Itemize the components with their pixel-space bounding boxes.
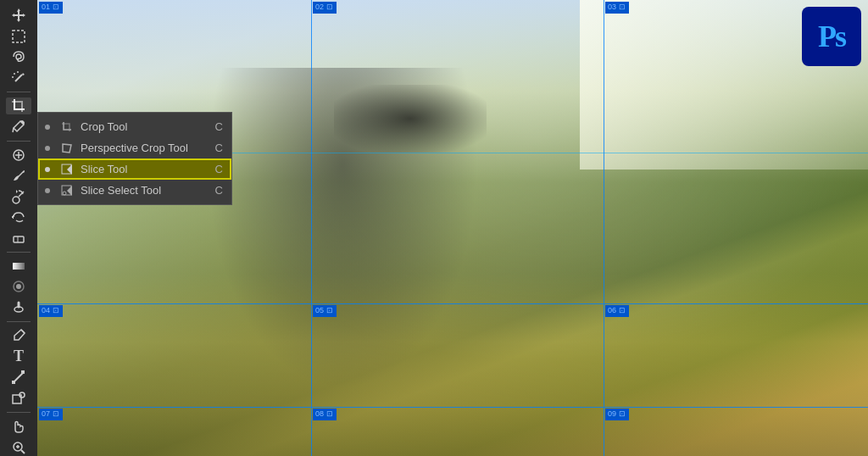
crop-tool[interactable]	[6, 97, 31, 114]
slice-line-h2	[37, 407, 868, 408]
svg-point-4	[12, 76, 14, 78]
slice-badge-03: 03 ⊡	[605, 2, 629, 14]
zoom-tool[interactable]	[6, 438, 31, 455]
slice-tool-dot	[45, 167, 50, 172]
slice-badge-08: 08 ⊡	[313, 409, 337, 420]
ps-logo-text: Ps	[818, 19, 845, 54]
slice-menu-icon	[61, 164, 73, 175]
slice-tool-icon-area	[58, 164, 75, 175]
slice-line-v1	[311, 0, 312, 456]
slice-tool-shortcut: C	[215, 163, 223, 175]
type-icon: T	[14, 348, 24, 365]
perspective-crop-icon-area	[58, 142, 75, 154]
slice-select-dot	[45, 188, 50, 193]
svg-rect-18	[21, 370, 25, 374]
svg-rect-10	[14, 236, 24, 242]
svg-line-17	[21, 330, 25, 333]
hand-tool[interactable]	[6, 418, 31, 435]
svg-point-2	[14, 73, 15, 75]
eraser-tool[interactable]	[6, 229, 31, 246]
clone-stamp-tool[interactable]	[6, 187, 31, 204]
perspective-crop-menu-icon	[61, 142, 73, 154]
pen-tool[interactable]	[6, 327, 31, 344]
eyedropper-tool[interactable]	[6, 118, 31, 135]
separator-4	[7, 321, 31, 322]
perspective-crop-dot	[45, 146, 50, 151]
gradient-tool[interactable]	[6, 258, 31, 275]
slice-select-shortcut: C	[215, 184, 223, 197]
toolbar: T	[0, 0, 37, 456]
slice-badge-04: 04 ⊡	[39, 305, 63, 317]
separator-5	[7, 412, 31, 413]
slice-badge-05: 05 ⊡	[313, 305, 337, 317]
type-tool[interactable]: T	[6, 348, 31, 365]
slice-select-label: Slice Select Tool	[81, 184, 210, 197]
slice-line-h1	[37, 303, 868, 304]
perspective-crop-menu-item[interactable]: Perspective Crop Tool C	[38, 137, 231, 158]
perspective-crop-shortcut: C	[215, 142, 223, 154]
svg-marker-27	[67, 164, 72, 175]
ps-logo: Ps	[802, 7, 861, 66]
magic-wand-tool[interactable]	[6, 69, 31, 86]
slice-select-icon-area	[58, 185, 75, 197]
crop-tool-icon-area	[58, 121, 75, 133]
slice-badge-09: 09 ⊡	[605, 409, 629, 420]
svg-point-30	[63, 192, 66, 195]
slice-select-menu-icon	[61, 185, 73, 197]
separator-3	[7, 252, 31, 253]
svg-rect-12	[13, 263, 25, 270]
slice-tool-label: Slice Tool	[81, 163, 210, 175]
marquee-tool[interactable]	[6, 27, 31, 44]
separator-2	[7, 141, 31, 142]
svg-line-23	[21, 450, 25, 453]
crop-tool-menu-item[interactable]: Crop Tool C	[38, 116, 231, 137]
svg-marker-29	[67, 186, 72, 196]
slice-badge-06: 06 ⊡	[605, 305, 629, 317]
path-selection-tool[interactable]	[6, 369, 31, 386]
camera-shape	[334, 85, 487, 153]
history-brush-tool[interactable]	[6, 209, 31, 225]
slice-select-menu-item[interactable]: Slice Select Tool C	[38, 180, 231, 201]
tool-flyout-menu: Crop Tool C Perspective Crop Tool C Slic…	[37, 112, 232, 205]
move-tool[interactable]	[6, 7, 31, 24]
perspective-crop-label: Perspective Crop Tool	[81, 142, 210, 154]
dodge-tool[interactable]	[6, 299, 31, 316]
svg-rect-19	[12, 381, 15, 384]
brush-tool[interactable]	[6, 167, 31, 184]
slice-badge-02: 02 ⊡	[313, 2, 337, 14]
svg-line-5	[13, 128, 14, 132]
canvas-area: 01 ⊡ 02 ⊡ 03 ⊡ 04 ⊡ 05 ⊡ 06 ⊡ 07 ⊡ 08 ⊡ …	[37, 0, 868, 456]
lasso-tool[interactable]	[6, 48, 31, 65]
crop-tool-label: Crop Tool	[81, 120, 210, 133]
svg-rect-0	[13, 31, 25, 42]
svg-point-14	[16, 284, 21, 289]
crop-tool-shortcut: C	[215, 120, 223, 133]
crop-menu-icon	[61, 121, 73, 133]
slice-badge-01: 01 ⊡	[39, 2, 63, 14]
separator-1	[7, 92, 31, 92]
crop-tool-dot	[45, 125, 50, 130]
blur-tool[interactable]	[6, 278, 31, 295]
slice-tool-menu-item[interactable]: Slice Tool C	[38, 158, 231, 180]
svg-point-9	[13, 197, 19, 203]
slice-badge-07: 07 ⊡	[39, 409, 63, 420]
shape-tool[interactable]	[6, 390, 31, 407]
svg-point-3	[17, 71, 19, 73]
heal-brush-tool[interactable]	[6, 146, 31, 163]
slice-line-v2	[604, 0, 604, 456]
